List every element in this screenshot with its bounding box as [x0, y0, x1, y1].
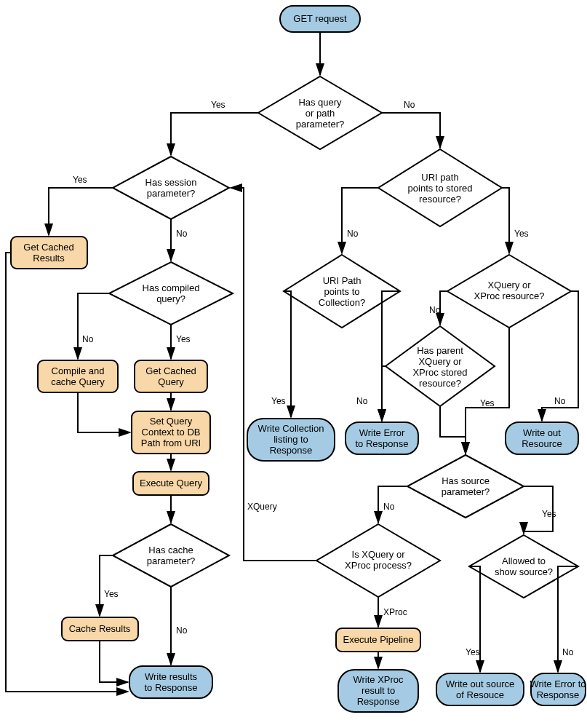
d1-l1: Has query: [298, 97, 342, 108]
d9-l2: parameter?: [442, 486, 490, 497]
d8-l2: XQuery or: [418, 356, 462, 367]
start-label: GET request: [293, 13, 347, 24]
d6-l2: points to: [324, 286, 359, 297]
p7-l: Execute Pipeline: [343, 634, 414, 645]
p6-l: Cache Results: [69, 623, 131, 634]
edge-d3-p2-label: No: [82, 334, 94, 344]
edge-d3-p2: [78, 293, 109, 359]
edge-d7-d8-label: No: [429, 305, 441, 315]
edge-d9-d10-label: No: [383, 502, 395, 512]
t5-l2: result to: [362, 685, 395, 696]
d4-l1: Has cache: [148, 545, 193, 555]
t5-l3: Response: [357, 696, 400, 707]
edge-d8-t3: [382, 366, 386, 421]
d8-l3: XProc stored: [412, 367, 467, 378]
edge-d1-d5-label: No: [404, 100, 415, 110]
edge-d5-d6-label: No: [347, 229, 359, 239]
t1-l1: Write results: [145, 671, 197, 682]
d7-l1: XQuery or: [487, 280, 531, 290]
t6-l1: Write out source: [446, 678, 514, 689]
t4-l2: Resource: [522, 438, 562, 449]
edge-p2-p4: [78, 392, 130, 432]
t2-l2: listing to: [273, 434, 308, 445]
t1-l2: to Response: [145, 682, 198, 693]
edge-d4-p6: [100, 555, 113, 616]
p4-l1: Set Query: [150, 416, 193, 427]
p2-l1: Compile and: [52, 365, 105, 376]
p2-l2: cache Query: [51, 376, 105, 387]
d3-l2: query?: [156, 293, 185, 304]
d10-l2: XProc process?: [345, 560, 412, 571]
edge-d1-d2: [171, 113, 258, 155]
edge-d7-d8: [440, 291, 447, 325]
d11-l1: Allowed to: [502, 555, 546, 566]
d8-l1: Has parent: [417, 345, 463, 356]
t3-l1: Write Error: [359, 427, 405, 438]
p4-l2: Context to DB: [142, 427, 201, 438]
edge-d5-d7: [502, 188, 509, 253]
edge-d2-d3-label: No: [176, 229, 188, 239]
edge-d7-d9-label: Yes: [480, 398, 495, 408]
d5-l1: URI path: [421, 172, 458, 183]
edge-d11-t7-label: No: [562, 647, 574, 657]
edge-d10-p7-label: XProc: [383, 607, 407, 617]
edge-d1-d2-label: Yes: [211, 100, 225, 110]
d3-l1: Has compiled: [143, 282, 200, 293]
edge-d9-d11-label: Yes: [542, 509, 556, 519]
edge-d7-d9: [466, 328, 509, 454]
d11-l2: show source?: [495, 566, 553, 577]
edge-d8-d9: [440, 406, 466, 454]
edge-d5-d7-label: Yes: [514, 229, 529, 239]
t7-l1: Write Error to: [530, 678, 586, 689]
t2-l1: Write Collection: [258, 423, 324, 434]
d9-l1: Has source: [442, 475, 490, 486]
p5-l: Execute Query: [140, 478, 202, 488]
d8-l4: resource?: [419, 378, 461, 389]
t7-l2: Response: [537, 689, 580, 700]
d1-l3: parameter?: [296, 119, 344, 130]
t6-l2: of Resouce: [456, 689, 504, 700]
edge-d6-t3-label: No: [356, 396, 368, 406]
d5-l2: points to stored: [408, 183, 473, 194]
p3-l1: Get Cached: [145, 365, 196, 376]
d7-l2: XProc resource?: [474, 290, 545, 301]
d1-l2: or path: [306, 108, 335, 119]
edge-d7-t4-label: No: [554, 396, 566, 406]
p4-l3: Path from URI: [141, 438, 201, 448]
t5-l1: Write XProc: [353, 674, 404, 685]
p3-l2: Query: [158, 376, 184, 387]
p1-l2: Results: [33, 253, 65, 264]
d6-l1: URI Path: [323, 275, 362, 286]
d2-l1: Has session: [145, 177, 197, 188]
edge-d2-p1: [49, 188, 113, 235]
edge-d5-d6: [342, 188, 378, 253]
d6-l3: Collection?: [319, 297, 365, 308]
edge-d3-p3-label: Yes: [176, 334, 191, 344]
edge-d6-t2-label: Yes: [271, 396, 286, 406]
d10-l1: Is XQuery or: [352, 549, 406, 560]
t4-l1: Write out: [523, 427, 561, 438]
edge-d11-t6-label: Yes: [466, 647, 480, 657]
t3-l2: to Response: [356, 438, 409, 449]
edge-d4-p6-label: Yes: [104, 589, 119, 599]
edge-d1-d5: [382, 113, 440, 148]
p1-l1: Get Cached: [23, 242, 73, 253]
edge-d2-p1-label: Yes: [73, 175, 87, 185]
d4-l2: parameter?: [147, 555, 195, 566]
edge-d6-t3: [382, 291, 400, 421]
edge-p6-t1: [100, 641, 128, 682]
edge-d10-d2-label: XQuery: [247, 502, 277, 512]
d2-l2: parameter?: [147, 188, 195, 199]
d5-l3: resource?: [419, 194, 461, 205]
edge-d4-t1-label: No: [176, 625, 188, 636]
t2-l3: Response: [270, 445, 313, 456]
